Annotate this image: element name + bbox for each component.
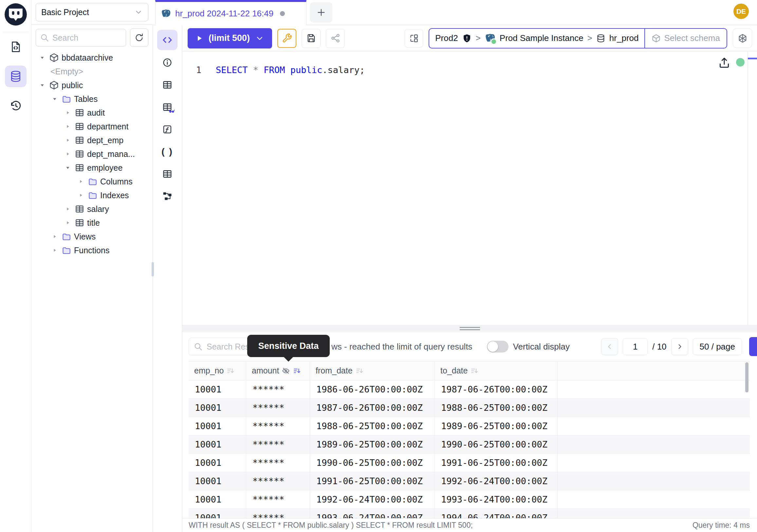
column-header-amount[interactable]: amount <box>246 361 310 380</box>
tab-hr-prod[interactable]: hr_prod 2024-11-22 16:49 <box>155 0 307 25</box>
caret-right-icon[interactable] <box>50 247 59 254</box>
table-row[interactable]: 10001 ****** 1991-06-25T00:00:00Z 1992-0… <box>189 472 750 490</box>
chevron-down-icon[interactable] <box>255 34 264 43</box>
tree-item-columns[interactable]: Columns <box>31 174 153 188</box>
tree-item-dept-emp[interactable]: dept_emp <box>31 133 153 147</box>
panel-divider[interactable] <box>182 325 757 332</box>
query-options-button[interactable] <box>277 29 296 48</box>
cell[interactable]: 1992-06-24T00:00:00Z <box>310 490 435 508</box>
tree-item-audit[interactable]: audit <box>31 106 153 120</box>
tree-item-indexes[interactable]: Indexes <box>31 188 153 202</box>
cell-masked[interactable]: ****** <box>246 490 310 508</box>
table-row[interactable]: 10001 ****** 1990-06-25T00:00:00Z 1991-0… <box>189 454 750 472</box>
masked-data-panel-button[interactable] <box>157 98 178 116</box>
tree-item-department[interactable]: department <box>31 120 153 133</box>
schema-diagram-button[interactable] <box>157 187 178 205</box>
sidebar-resize-handle[interactable] <box>152 262 154 276</box>
caret-right-icon[interactable] <box>76 178 85 185</box>
run-query-button[interactable]: (limit 500) <box>188 28 272 48</box>
cell[interactable]: 1991-06-25T00:00:00Z <box>435 454 558 472</box>
cell[interactable]: 10001 <box>189 454 246 472</box>
cell[interactable]: 1993-06-24T00:00:00Z <box>310 509 435 518</box>
worksheet-nav-button[interactable] <box>5 36 26 58</box>
ai-assistant-button[interactable] <box>733 28 752 48</box>
cell[interactable]: 1994-06-24T00:00:00Z <box>435 509 558 518</box>
refresh-button[interactable] <box>130 28 148 47</box>
sort-icon[interactable] <box>355 366 364 375</box>
caret-right-icon[interactable] <box>64 151 72 157</box>
column-header-to-date[interactable]: to_date <box>435 361 558 380</box>
prev-page-button[interactable] <box>601 338 618 355</box>
results-scrollbar[interactable] <box>745 362 748 392</box>
cell-masked[interactable]: ****** <box>246 399 310 417</box>
save-sheet-button[interactable] <box>302 29 320 48</box>
caret-right-icon[interactable] <box>64 219 72 226</box>
connection-context-button[interactable]: Prod2 > Prod Sample Instance > hr_prod <box>429 29 644 48</box>
cell-masked[interactable]: ****** <box>246 380 310 398</box>
tree-item-salary[interactable]: salary <box>31 202 153 216</box>
table-row[interactable]: 10001 ****** 1992-06-24T00:00:00Z 1993-0… <box>189 490 750 509</box>
cell[interactable]: 1987-06-26T00:00:00Z <box>435 380 558 398</box>
cell[interactable]: 1986-06-26T00:00:00Z <box>310 380 435 398</box>
cell[interactable]: 10001 <box>189 417 246 435</box>
column-header-from-date[interactable]: from_date <box>310 361 435 380</box>
avatar[interactable]: DE <box>733 4 749 19</box>
cell[interactable]: 10001 <box>189 509 246 518</box>
caret-right-icon[interactable] <box>64 110 72 116</box>
cell[interactable]: 1988-06-25T00:00:00Z <box>310 417 435 435</box>
new-tab-button[interactable] <box>310 2 332 23</box>
table-row[interactable]: 10001 ****** 1993-06-24T00:00:00Z 1994-0… <box>189 509 750 518</box>
database-nav-button[interactable] <box>5 66 26 87</box>
functions-panel-button[interactable] <box>157 120 178 139</box>
cell[interactable]: 10001 <box>189 399 246 417</box>
external-tables-panel-button[interactable] <box>157 165 178 183</box>
cell[interactable]: 1989-06-25T00:00:00Z <box>310 435 435 454</box>
connection-panel-button[interactable] <box>405 29 423 47</box>
caret-down-icon[interactable] <box>38 54 46 61</box>
cell[interactable]: 1988-06-25T00:00:00Z <box>435 399 558 417</box>
tree-item-employee[interactable]: employee <box>31 161 153 174</box>
share-sheet-button[interactable] <box>326 29 345 48</box>
sort-icon[interactable] <box>226 366 235 375</box>
cell[interactable]: 1990-06-25T00:00:00Z <box>435 435 558 454</box>
info-panel-button[interactable] <box>157 53 178 72</box>
sidebar-search-box[interactable] <box>36 29 126 47</box>
code-panel-toggle-button[interactable] <box>157 30 177 50</box>
export-button[interactable] <box>749 337 757 356</box>
caret-down-icon[interactable] <box>38 82 46 88</box>
cell[interactable]: 1987-06-26T00:00:00Z <box>310 399 435 417</box>
table-row[interactable]: 10001 ****** 1986-06-26T00:00:00Z 1987-0… <box>189 380 750 399</box>
page-number-input[interactable] <box>623 338 648 355</box>
table-row[interactable]: 10001 ****** 1988-06-25T00:00:00Z 1989-0… <box>189 417 750 435</box>
page-size-select[interactable]: 50 / page <box>693 338 742 355</box>
caret-right-icon[interactable] <box>50 233 59 240</box>
cell[interactable]: 10001 <box>189 380 246 398</box>
cell-masked[interactable]: ****** <box>246 454 310 472</box>
cell[interactable]: 10001 <box>189 490 246 508</box>
sidebar-search-input[interactable] <box>52 33 122 43</box>
cell[interactable]: 1989-06-25T00:00:00Z <box>435 417 558 435</box>
tree-item-functions[interactable]: Functions <box>31 243 153 257</box>
caret-right-icon[interactable] <box>64 206 72 212</box>
tree-item-views[interactable]: Views <box>31 230 153 243</box>
vertical-display-toggle[interactable] <box>487 341 508 353</box>
caret-right-icon[interactable] <box>64 137 72 143</box>
cell-masked[interactable]: ****** <box>246 472 310 490</box>
sort-icon[interactable] <box>470 366 479 375</box>
drag-handle[interactable] <box>460 327 480 331</box>
caret-down-icon[interactable] <box>64 165 72 171</box>
bytebase-logo-icon[interactable] <box>4 2 28 26</box>
cell[interactable]: 1991-06-25T00:00:00Z <box>310 472 435 490</box>
history-nav-button[interactable] <box>5 95 26 117</box>
cell[interactable]: 1990-06-25T00:00:00Z <box>310 454 435 472</box>
cell[interactable]: 1992-06-24T00:00:00Z <box>435 472 558 490</box>
tables-panel-button[interactable] <box>157 76 178 94</box>
cell[interactable]: 10001 <box>189 435 246 454</box>
cell-masked[interactable]: ****** <box>246 435 310 454</box>
table-row[interactable]: 10001 ****** 1987-06-26T00:00:00Z 1988-0… <box>189 399 750 417</box>
cell-masked[interactable]: ****** <box>246 417 310 435</box>
procedures-panel-button[interactable]: ( ) <box>157 142 178 161</box>
caret-right-icon[interactable] <box>76 192 85 199</box>
caret-right-icon[interactable] <box>64 123 72 130</box>
tree-item-title[interactable]: title <box>31 216 153 230</box>
